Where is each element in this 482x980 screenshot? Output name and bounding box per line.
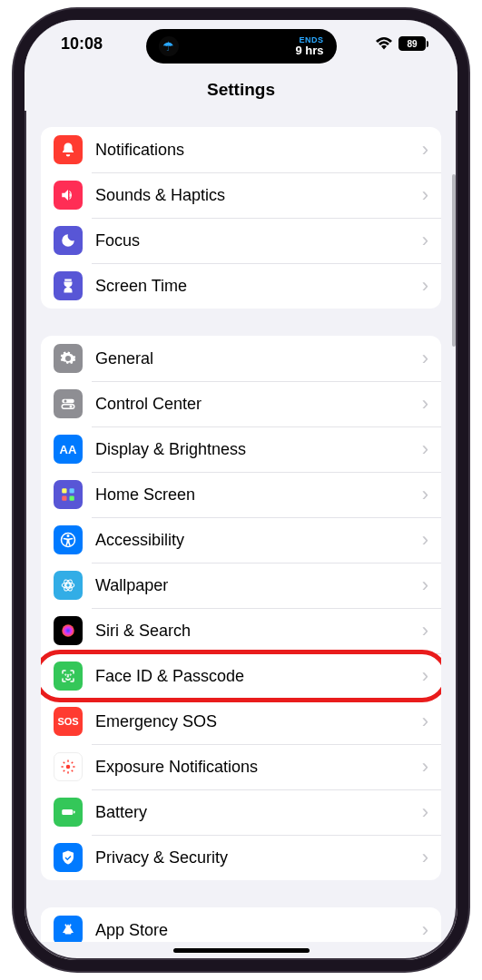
chevron-right-icon: ›	[422, 138, 428, 162]
svg-point-16	[70, 674, 71, 675]
svg-point-10	[66, 583, 71, 588]
svg-line-25	[64, 770, 65, 772]
wallpaper-icon	[54, 571, 83, 600]
settings-row-app-store[interactable]: App Store›	[41, 907, 441, 942]
settings-row-home-screen[interactable]: Home Screen›	[41, 472, 441, 517]
svg-line-22	[64, 762, 65, 764]
row-label: Screen Time	[95, 277, 422, 296]
exposure-icon	[54, 752, 83, 781]
homescreen-icon	[54, 480, 83, 509]
settings-row-face-id-passcode[interactable]: Face ID & Passcode›	[41, 653, 441, 699]
general-icon	[54, 344, 83, 373]
chevron-right-icon: ›	[422, 918, 428, 942]
display-icon: AA	[54, 435, 83, 464]
chevron-right-icon: ›	[422, 846, 428, 869]
accessibility-icon	[54, 525, 83, 554]
status-time: 10:08	[61, 34, 103, 54]
row-label: Sounds & Haptics	[95, 186, 422, 205]
settings-row-siri-search[interactable]: Siri & Search›	[41, 608, 441, 653]
page-header: Settings	[25, 67, 457, 111]
settings-row-screen-time[interactable]: Screen Time›	[41, 263, 441, 309]
row-label: Notifications	[95, 141, 422, 160]
dynamic-island[interactable]: ☂ ENDS 9 hrs	[146, 29, 337, 64]
controlcenter-icon	[54, 389, 83, 418]
siri-icon	[54, 616, 83, 645]
sounds-icon	[54, 181, 83, 210]
settings-list[interactable]: Notifications›Sounds & Haptics›Focus›Scr…	[25, 111, 457, 942]
svg-point-17	[66, 765, 71, 769]
chevron-right-icon: ›	[422, 755, 428, 779]
row-label: Display & Brightness	[95, 440, 422, 459]
focus-icon	[54, 226, 83, 255]
row-label: Emergency SOS	[95, 712, 422, 731]
svg-rect-0	[62, 399, 74, 404]
settings-row-exposure-notifications[interactable]: Exposure Notifications›	[41, 744, 441, 789]
chevron-right-icon: ›	[422, 437, 428, 461]
row-label: Siri & Search	[95, 622, 422, 641]
row-label: Control Center	[95, 395, 422, 414]
phone-frame: 10:08 ☂ ENDS 9 hrs 89 Settings Notificat…	[14, 9, 468, 971]
svg-point-2	[64, 400, 67, 403]
settings-row-control-center[interactable]: Control Center›	[41, 381, 441, 426]
svg-line-23	[72, 770, 74, 772]
battery-indicator: 89	[398, 36, 428, 51]
battery-icon	[54, 798, 83, 827]
svg-rect-5	[70, 488, 74, 493]
chevron-right-icon: ›	[422, 573, 428, 597]
chevron-right-icon: ›	[422, 183, 428, 207]
notifications-icon	[54, 135, 83, 164]
svg-rect-1	[62, 405, 74, 409]
svg-rect-27	[74, 811, 75, 814]
scroll-indicator	[452, 174, 456, 347]
chevron-right-icon: ›	[422, 528, 428, 552]
row-label: Privacy & Security	[95, 848, 422, 867]
chevron-right-icon: ›	[422, 229, 428, 252]
settings-row-sounds-haptics[interactable]: Sounds & Haptics›	[41, 172, 441, 218]
row-label: Face ID & Passcode	[95, 667, 422, 686]
svg-rect-4	[62, 488, 66, 493]
row-label: Accessibility	[95, 531, 422, 550]
settings-row-general[interactable]: General›	[41, 336, 441, 381]
row-label: Battery	[95, 803, 422, 822]
row-label: Focus	[95, 231, 422, 250]
svg-rect-6	[62, 496, 66, 501]
settings-row-focus[interactable]: Focus›	[41, 218, 441, 263]
settings-row-wallpaper[interactable]: Wallpaper›	[41, 563, 441, 608]
settings-group: App Store›	[41, 907, 441, 942]
settings-row-privacy-security[interactable]: Privacy & Security›	[41, 835, 441, 880]
page-title: Settings	[25, 80, 457, 100]
svg-point-14	[62, 624, 74, 637]
settings-group: Notifications›Sounds & Haptics›Focus›Scr…	[41, 127, 441, 309]
chevron-right-icon: ›	[422, 710, 428, 733]
settings-row-display-brightness[interactable]: AADisplay & Brightness›	[41, 426, 441, 472]
row-label: Home Screen	[95, 485, 422, 505]
settings-row-notifications[interactable]: Notifications›	[41, 127, 441, 172]
settings-row-accessibility[interactable]: Accessibility›	[41, 517, 441, 563]
umbrella-icon: ☂	[159, 36, 179, 56]
svg-point-9	[67, 534, 70, 537]
settings-row-battery[interactable]: Battery›	[41, 789, 441, 835]
row-label: General	[95, 349, 422, 368]
faceid-icon	[54, 662, 83, 691]
row-label: Wallpaper	[95, 576, 422, 595]
sos-icon: SOS	[54, 707, 83, 736]
chevron-right-icon: ›	[422, 347, 428, 370]
chevron-right-icon: ›	[422, 274, 428, 298]
chevron-right-icon: ›	[422, 392, 428, 416]
chevron-right-icon: ›	[422, 664, 428, 688]
svg-point-15	[65, 674, 66, 675]
svg-rect-7	[70, 496, 74, 501]
appstore-icon	[54, 916, 83, 942]
settings-group: General›Control Center›AADisplay & Brigh…	[41, 336, 441, 880]
privacy-icon	[54, 843, 83, 872]
home-indicator[interactable]	[173, 948, 310, 953]
chevron-right-icon: ›	[422, 619, 428, 642]
settings-row-emergency-sos[interactable]: SOSEmergency SOS›	[41, 699, 441, 744]
chevron-right-icon: ›	[422, 483, 428, 506]
row-label: Exposure Notifications	[95, 758, 422, 777]
screentime-icon	[54, 271, 83, 300]
svg-rect-26	[62, 809, 73, 815]
wifi-icon	[375, 37, 393, 50]
chevron-right-icon: ›	[422, 800, 428, 824]
svg-line-24	[72, 762, 74, 764]
